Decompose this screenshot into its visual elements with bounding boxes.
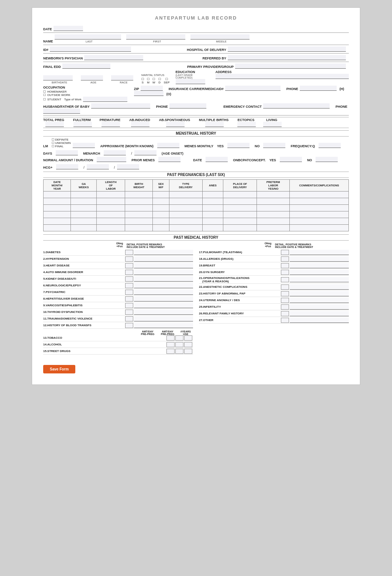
substance-amt1[interactable] <box>166 349 175 354</box>
preg-cell[interactable] <box>290 225 349 231</box>
med-right-remarks[interactable] <box>290 256 349 262</box>
preg-cell[interactable] <box>97 198 125 205</box>
med-right-check[interactable] <box>281 318 289 323</box>
preg-cell[interactable] <box>71 198 97 205</box>
med-remarks-field[interactable] <box>134 250 193 255</box>
preg-cell[interactable] <box>202 192 223 198</box>
marital-m[interactable]: ☐M <box>147 77 149 84</box>
hospital-field[interactable] <box>228 46 346 52</box>
menarch-field2[interactable] <box>134 150 157 155</box>
preg-cell[interactable] <box>44 218 71 225</box>
preg-cell[interactable] <box>44 205 71 211</box>
med-right-check[interactable] <box>281 291 289 296</box>
preg-cell[interactable] <box>290 205 349 211</box>
med-right-remarks[interactable] <box>290 318 349 323</box>
med-check-neg[interactable] <box>125 316 133 321</box>
preg-cell[interactable] <box>44 198 71 205</box>
med-check-neg[interactable] <box>125 296 133 301</box>
med-remarks-field[interactable] <box>134 316 193 321</box>
hcg-field[interactable] <box>56 164 78 169</box>
preg-cell[interactable] <box>44 192 71 198</box>
med-right-check[interactable] <box>281 311 289 316</box>
preg-cell[interactable] <box>169 192 202 198</box>
emergency-field[interactable] <box>263 103 330 108</box>
preg-cell[interactable] <box>169 205 202 211</box>
med-right-remarks[interactable] <box>290 311 349 316</box>
med-remarks-field[interactable] <box>134 323 193 328</box>
preg-cell[interactable] <box>257 211 290 218</box>
premature-val[interactable] <box>102 122 120 127</box>
med-remarks-field[interactable] <box>134 303 193 308</box>
med-right-check[interactable] <box>281 284 289 290</box>
substance-amt2[interactable] <box>175 335 183 341</box>
zip-field[interactable] <box>141 86 163 91</box>
preg-cell[interactable] <box>202 205 223 211</box>
med-right-remarks[interactable] <box>290 304 349 310</box>
preg-cell[interactable] <box>169 225 202 231</box>
onbc-yes-field[interactable] <box>280 157 302 162</box>
preg-cell[interactable] <box>169 198 202 205</box>
phone-h-field[interactable] <box>300 86 337 91</box>
marital-s[interactable]: ☐S <box>141 77 144 84</box>
menes-yes-field[interactable] <box>227 143 250 148</box>
med-check-neg[interactable] <box>125 256 133 262</box>
student-checkbox[interactable]: ☐ <box>43 98 46 101</box>
med-check-neg[interactable] <box>125 290 133 295</box>
med-right-check[interactable] <box>281 304 289 310</box>
preg-cell[interactable] <box>223 225 257 231</box>
med-check-neg[interactable] <box>125 283 133 288</box>
husband-phone-field[interactable] <box>169 103 206 108</box>
med-check-neg[interactable] <box>125 263 133 268</box>
preg-cell[interactable] <box>257 198 290 205</box>
living-val[interactable] <box>263 122 282 127</box>
preg-cell[interactable] <box>257 218 290 225</box>
med-right-remarks[interactable] <box>290 270 349 275</box>
marital-sep[interactable]: ☐SEP <box>164 77 170 84</box>
med-right-check[interactable] <box>281 270 289 275</box>
preg-cell[interactable] <box>153 192 169 198</box>
provider-field[interactable] <box>235 63 346 69</box>
hcg-field2[interactable] <box>87 164 109 169</box>
physician-field[interactable] <box>84 55 143 60</box>
fullterm-val[interactable] <box>73 122 92 127</box>
education-field[interactable] <box>176 79 205 84</box>
preg-cell[interactable] <box>290 218 349 225</box>
med-right-check[interactable] <box>281 277 289 282</box>
med-check-neg[interactable] <box>125 270 133 275</box>
type-work-field[interactable] <box>83 97 127 102</box>
hcg-field3[interactable] <box>117 164 139 169</box>
substance-amt2[interactable] <box>175 342 183 347</box>
med-remarks-field[interactable] <box>134 290 193 295</box>
preg-cell[interactable] <box>125 225 153 231</box>
med-check-neg[interactable] <box>125 310 133 315</box>
preg-cell[interactable] <box>71 225 97 231</box>
first-name-field[interactable] <box>126 34 185 39</box>
ab-induced-val[interactable] <box>131 122 149 127</box>
homemaker-checkbox[interactable]: ☐ <box>43 90 46 93</box>
preg-cell[interactable] <box>153 225 169 231</box>
preg-cell[interactable] <box>153 211 169 218</box>
med-right-remarks[interactable] <box>290 263 349 268</box>
preg-cell[interactable] <box>202 211 223 218</box>
preg-cell[interactable] <box>257 225 290 231</box>
preg-cell[interactable] <box>153 198 169 205</box>
emergency-phone-field[interactable] <box>43 108 80 114</box>
approx-field[interactable] <box>157 143 179 148</box>
preg-cell[interactable] <box>223 211 257 218</box>
menes-no-field[interactable] <box>263 143 285 148</box>
date2-field[interactable] <box>206 157 228 162</box>
preg-cell[interactable] <box>71 192 97 198</box>
substance-amt2[interactable] <box>175 349 183 354</box>
preg-cell[interactable] <box>125 218 153 225</box>
preg-cell[interactable] <box>169 218 202 225</box>
final-cb[interactable]: ☐ <box>52 145 54 148</box>
preg-cell[interactable] <box>97 218 125 225</box>
ab-spontaneous-val[interactable] <box>166 122 185 127</box>
preg-cell[interactable] <box>97 192 125 198</box>
age-field[interactable] <box>81 75 103 80</box>
referred-field[interactable] <box>228 55 346 60</box>
preg-cell[interactable] <box>125 192 153 198</box>
preg-cell[interactable] <box>223 192 257 198</box>
last-name-field[interactable] <box>55 34 121 39</box>
preg-cell[interactable] <box>202 218 223 225</box>
